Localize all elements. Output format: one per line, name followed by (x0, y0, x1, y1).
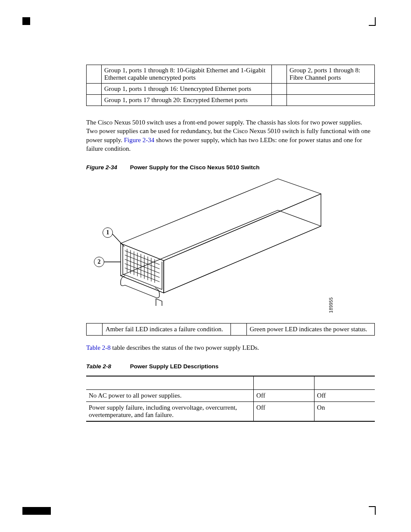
table-cell: Group 1, ports 17 through 20: Encrypted … (102, 95, 272, 106)
svg-marker-3 (164, 194, 321, 293)
svg-line-15 (125, 259, 159, 273)
figure-xref-link[interactable]: Figure 2-34 (124, 137, 154, 143)
table-header (254, 376, 314, 390)
table-xref-link[interactable]: Table 2-8 (86, 344, 111, 351)
table-cell: No AC power to all power supplies. (86, 390, 254, 402)
paragraph-text: table describes the status of the two po… (111, 344, 259, 351)
table-cell-num (272, 84, 287, 95)
legend-num (87, 324, 103, 336)
figure-number: Figure 2-34 (86, 164, 128, 171)
table-cell-num (272, 95, 287, 106)
svg-line-13 (125, 251, 159, 264)
svg-line-19 (111, 233, 124, 246)
figure-legend-table: Amber fail LED indicates a failure condi… (86, 323, 375, 336)
figure-power-supply: 1 2 189955 (86, 177, 327, 306)
power-supply-paragraph: The Cisco Nexus 5010 switch uses a front… (86, 118, 375, 153)
callout-1: 1 (103, 227, 113, 238)
table-intro-paragraph: Table 2-8 table describes the status of … (86, 343, 375, 352)
crop-mark-bottom-left (22, 507, 51, 515)
legend-num (230, 324, 246, 336)
table-caption: Table 2-8 Power Supply LED Descriptions (86, 363, 375, 370)
table-cell: On (314, 402, 375, 422)
table-cell-num (87, 65, 102, 84)
crop-mark-bottom-right (369, 506, 376, 515)
table-number: Table 2-8 (86, 363, 128, 370)
led-description-table: No AC power to all power supplies. Off O… (86, 376, 375, 422)
table-cell-num (87, 84, 102, 95)
table-header (314, 376, 375, 390)
table-cell: Power supply failure, including overvolt… (86, 402, 254, 422)
table-cell-num (87, 95, 102, 106)
callout-2: 2 (94, 257, 104, 267)
crop-mark-top-left (22, 17, 30, 25)
table-cell: Off (254, 390, 314, 402)
legend-text: Green power LED indicates the power stat… (246, 324, 375, 336)
figure-title: Power Supply for the Cisco Nexus 5010 Sw… (130, 164, 260, 171)
power-supply-icon (86, 177, 327, 306)
table-cell: Off (314, 390, 375, 402)
svg-rect-18 (156, 299, 162, 306)
figure-id: 189955 (329, 297, 333, 313)
crop-mark-top-right (369, 17, 376, 26)
table-header (86, 376, 254, 390)
table-cell-num (272, 65, 287, 84)
legend-text: Amber fail LED indicates a failure condi… (103, 324, 231, 336)
svg-marker-2 (121, 179, 321, 261)
svg-marker-0 (121, 210, 321, 293)
table-cell: Off (254, 402, 314, 422)
table-cell: Group 1, ports 1 through 8: 10-Gigabit E… (102, 65, 272, 84)
table-cell: Group 1, ports 1 through 16: Unencrypted… (102, 84, 272, 95)
table-title: Power Supply LED Descriptions (130, 363, 219, 370)
figure-caption: Figure 2-34 Power Supply for the Cisco N… (86, 164, 375, 171)
svg-line-16 (125, 264, 159, 277)
table-cell (287, 95, 375, 106)
table-cell (287, 84, 375, 95)
ports-table: Group 1, ports 1 through 8: 10-Gigabit E… (86, 65, 375, 106)
page-content: Group 1, ports 1 through 8: 10-Gigabit E… (86, 65, 375, 422)
table-cell: Group 2, ports 1 through 8: Fibre Channe… (287, 65, 375, 84)
